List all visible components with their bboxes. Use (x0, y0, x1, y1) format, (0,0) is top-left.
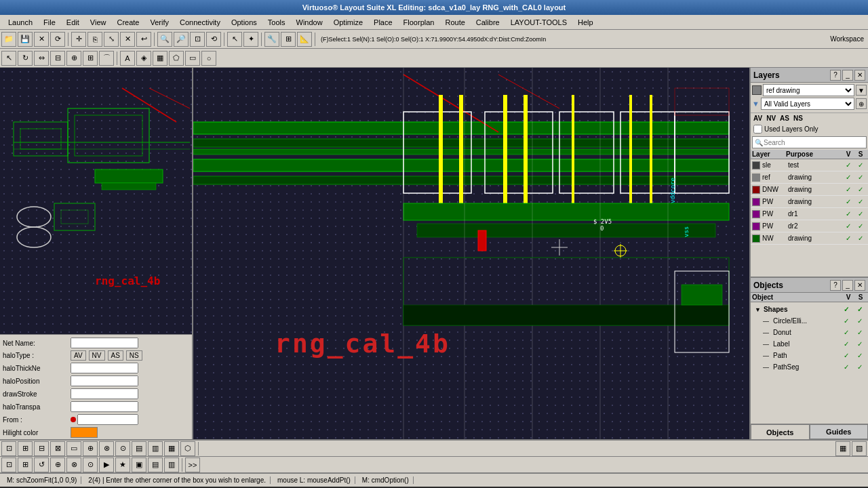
menu-file[interactable]: File (38, 17, 61, 28)
menu-window[interactable]: Window (291, 17, 328, 28)
btb2-btn6[interactable]: ⊙ (83, 458, 98, 472)
filter-ns[interactable]: NS (793, 115, 803, 122)
menu-optimize[interactable]: Optimize (328, 17, 368, 28)
layer-row-sle[interactable]: sle test ✓ ✓ (751, 159, 868, 171)
tb-stretch-button[interactable]: ⤡ (104, 32, 119, 47)
layer-row-pw2[interactable]: PW dr1 ✓ ✓ (751, 208, 868, 220)
filter-nv[interactable]: NV (766, 115, 776, 122)
objects-help-btn[interactable]: ? (830, 280, 841, 291)
menu-place[interactable]: Place (368, 17, 398, 28)
btb2-btn7[interactable]: ▶ (99, 458, 114, 472)
halotype-nv[interactable]: NV (89, 350, 105, 361)
tb-deselect-button[interactable]: ✦ (243, 32, 258, 47)
btb-btn11[interactable]: ▦ (164, 441, 179, 456)
layer-row-pw3[interactable]: PW dr2 ✓ ✓ (751, 220, 868, 232)
tree-label[interactable]: — Label ✓ ✓ (760, 338, 867, 350)
tb-refresh-button[interactable]: ⟳ (50, 32, 65, 47)
tb-copy-button[interactable]: ⎘ (87, 32, 102, 47)
btb-btn1[interactable]: ⊡ (1, 441, 16, 456)
menu-edit[interactable]: Edit (61, 17, 85, 28)
all-valid-select[interactable]: All Valid Layers (761, 98, 854, 110)
halotype-av[interactable]: AV (71, 350, 86, 361)
menu-calibre[interactable]: Calibre (471, 17, 505, 28)
search-input[interactable] (752, 136, 867, 148)
btb-btn12[interactable]: ⬡ (180, 441, 195, 456)
halotype-ns[interactable]: NS (126, 350, 142, 361)
tab-objects[interactable]: Objects (751, 424, 810, 439)
layer-row-ref[interactable]: ref drawing ✓ ✓ (751, 171, 868, 184)
btb2-btn10[interactable]: ▤ (148, 458, 163, 472)
btb-right2[interactable]: ▧ (852, 441, 867, 456)
halotranspa-input[interactable] (71, 401, 138, 412)
tb-snap-button[interactable]: ⊕ (66, 51, 81, 66)
menu-verify[interactable]: Verify (144, 17, 174, 28)
tb-align-button[interactable]: ⊟ (50, 51, 65, 66)
tb-wire-button[interactable]: ⌒ (99, 51, 114, 66)
btb-right1[interactable]: ▦ (835, 441, 850, 456)
btb2-btn9[interactable]: ▣ (132, 458, 146, 472)
btb2-btn3[interactable]: ↺ (34, 458, 49, 472)
menu-floorplan[interactable]: Floorplan (398, 17, 440, 28)
menu-create[interactable]: Create (111, 17, 144, 28)
btb2-btn1[interactable]: ⊡ (1, 458, 16, 472)
tree-path[interactable]: — Path ✓ ✓ (760, 350, 867, 361)
filter-btn[interactable]: ⊕ (856, 98, 867, 109)
net-name-input[interactable] (71, 338, 138, 348)
menu-view[interactable]: View (85, 17, 112, 28)
tb-instance-button[interactable]: ▦ (153, 51, 167, 66)
ref-drawing-select[interactable]: ref drawing (763, 84, 854, 96)
btb-btn3[interactable]: ⊟ (34, 441, 49, 456)
btb2-btn11[interactable]: ▥ (164, 458, 179, 472)
tb-close-button[interactable]: ✕ (34, 32, 49, 47)
btb-btn2[interactable]: ⊞ (18, 441, 33, 456)
objects-min-btn[interactable]: _ (842, 280, 853, 291)
tb-pin-button[interactable]: ◈ (136, 51, 151, 66)
btb2-btn8[interactable]: ★ (115, 458, 130, 472)
btb-btn8[interactable]: ⊙ (115, 441, 130, 456)
btb-btn5[interactable]: ▭ (66, 441, 81, 456)
ref-dropdown-btn[interactable]: ▼ (856, 85, 867, 96)
tree-shapes[interactable]: ▼ Shapes ✓ ✓ (752, 304, 867, 315)
halothickne-input[interactable] (71, 363, 138, 373)
filter-as[interactable]: AS (780, 115, 789, 122)
tb-rotate-button[interactable]: ↻ (18, 51, 33, 66)
layer-row-dnw[interactable]: DNW drawing ✓ ✓ (751, 184, 868, 196)
tb-move-button[interactable]: ✛ (71, 32, 86, 47)
layers-help-btn[interactable]: ? (830, 70, 841, 81)
menu-connectivity[interactable]: Connectivity (174, 17, 226, 28)
btb-btn7[interactable]: ⊗ (99, 441, 114, 456)
tree-donut[interactable]: — Donut ✓ ✓ (760, 327, 867, 338)
tb-hierarchy-button[interactable]: ⊞ (281, 32, 296, 47)
menu-help[interactable]: Help (572, 17, 599, 28)
tb-redraw-button[interactable]: ⟲ (206, 32, 221, 47)
btb2-btn2[interactable]: ⊞ (18, 458, 33, 472)
tb-undo-button[interactable]: ↩ (136, 32, 151, 47)
tb-property-button[interactable]: 🔧 (264, 32, 279, 47)
menu-options[interactable]: Options (226, 17, 262, 28)
menu-route[interactable]: Route (439, 17, 470, 28)
canvas-area[interactable]: vddcore vss rng_cal_4b $ 2V5 (193, 68, 749, 439)
btb2-btn4[interactable]: ⊕ (50, 458, 65, 472)
btb-btn10[interactable]: ▥ (148, 441, 163, 456)
tree-pathseg[interactable]: — PathSeg ✓ ✓ (760, 361, 867, 373)
tb-rect-button[interactable]: ▭ (185, 51, 200, 66)
haloposition-input[interactable] (71, 375, 138, 386)
btb2-more[interactable]: >> (185, 458, 200, 472)
menu-tools[interactable]: Tools (262, 17, 291, 28)
tb-mirror-button[interactable]: ⇔ (34, 51, 49, 66)
tb-select-button[interactable]: ↖ (227, 32, 242, 47)
tb-select2-button[interactable]: ↖ (1, 51, 16, 66)
tb-zoom-in-button[interactable]: 🔍 (157, 32, 172, 47)
tb-fit-button[interactable]: ⊡ (190, 32, 205, 47)
tb-poly-button[interactable]: ⬠ (169, 51, 184, 66)
tb-label-button[interactable]: A (120, 51, 135, 66)
tb-open-button[interactable]: 📁 (1, 32, 16, 47)
tab-guides[interactable]: Guides (810, 424, 869, 439)
menu-launch[interactable]: Launch (3, 17, 38, 28)
tb-ruler-button[interactable]: 📐 (297, 32, 312, 47)
tb-save-button[interactable]: 💾 (18, 32, 33, 47)
layers-close-btn[interactable]: ✕ (854, 70, 865, 81)
filter-av[interactable]: AV (753, 115, 762, 122)
tb-circle-button[interactable]: ○ (201, 51, 216, 66)
btb2-btn5[interactable]: ⊗ (66, 458, 81, 472)
